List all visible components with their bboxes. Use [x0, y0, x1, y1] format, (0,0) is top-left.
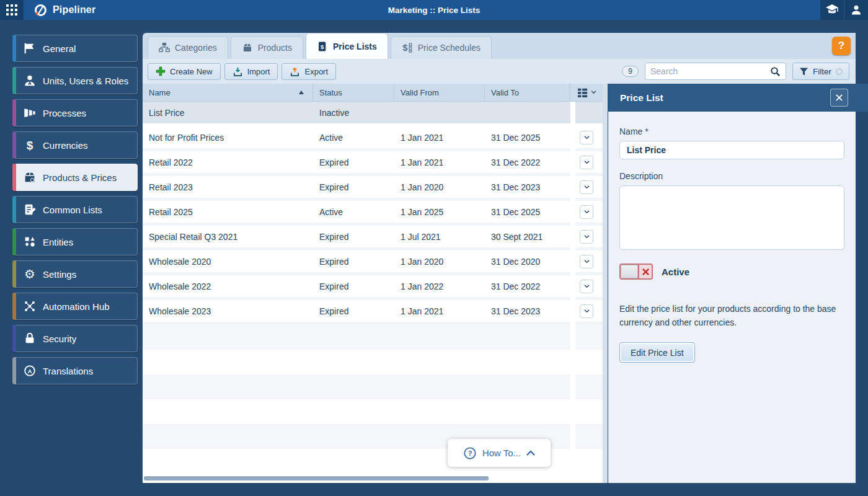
table-header-row: Name Status Valid From Valid To	[143, 84, 608, 102]
plus-icon	[156, 66, 166, 76]
table-row[interactable]: Wholesale 2023 Expired 1 Jan 2021 31 Dec…	[143, 300, 608, 325]
sidebar-item-entities[interactable]: Entities	[12, 228, 138, 255]
gear-icon: ⚙	[22, 267, 37, 281]
sidebar-item-label: Security	[43, 334, 76, 344]
sidebar-item-currencies[interactable]: $ Currencies	[12, 131, 138, 159]
toggle-knob	[621, 265, 639, 278]
table-row[interactable]: Retail 2025 Active 1 Jan 2025 31 Dec 202…	[143, 201, 608, 226]
filter-funnel-icon	[799, 67, 808, 76]
column-header-valid-to[interactable]: Valid To	[485, 84, 570, 101]
user-profile-button[interactable]	[844, 0, 868, 20]
tab-label: Products	[258, 43, 292, 53]
row-menu-button[interactable]	[580, 255, 593, 268]
description-field-label: Description	[619, 171, 844, 181]
table-row[interactable]: Special Retail Q3 2021 Expired 1 Jul 202…	[143, 226, 608, 250]
chevron-down-icon	[583, 159, 590, 165]
sidebar-item-products-prices[interactable]: Products & Prices	[12, 164, 138, 191]
svg-text:$: $	[321, 43, 324, 50]
sidebar-item-general[interactable]: General	[12, 35, 138, 62]
toggle-off-x-icon	[639, 265, 652, 278]
sidebar-item-security[interactable]: Security	[12, 325, 138, 352]
pipeliner-admin-window: Pipeliner Marketing :: Price Lists	[0, 0, 868, 496]
tab-label: Categories	[175, 43, 217, 53]
empty-row-stripe	[143, 399, 608, 424]
close-icon	[835, 94, 843, 102]
user-icon	[850, 4, 862, 16]
column-header-valid-from[interactable]: Valid From	[394, 84, 485, 101]
sidebar-item-automation-hub[interactable]: Automation Hub	[12, 293, 138, 320]
price-schedules-icon: $	[402, 42, 413, 53]
row-menu-button[interactable]	[580, 230, 593, 244]
active-toggle-label: Active	[662, 267, 689, 277]
vertical-scrollbar-track[interactable]	[603, 84, 608, 483]
price-lists-icon: $	[317, 41, 328, 52]
academy-button[interactable]	[820, 0, 844, 20]
price-list-detail-panel: Price List Name * Description Active Edi…	[608, 84, 868, 483]
close-panel-button[interactable]	[830, 89, 848, 107]
filter-button[interactable]: Filter	[792, 63, 849, 80]
export-button[interactable]: Export	[281, 63, 336, 80]
tab-categories[interactable]: Categories	[148, 36, 228, 59]
top-bar: Pipeliner Marketing :: Price Lists	[0, 0, 868, 20]
panel-header: Price List	[608, 84, 868, 112]
app-grid-button[interactable]	[0, 0, 24, 20]
processes-icon	[22, 105, 37, 120]
column-picker-button[interactable]	[570, 84, 603, 101]
brand-name: Pipeliner	[53, 4, 95, 16]
column-header-status[interactable]: Status	[313, 84, 394, 101]
top-right-actions	[820, 0, 868, 20]
pipeliner-logo-icon	[33, 3, 48, 17]
tab-price-schedules[interactable]: $ Price Schedules	[391, 36, 492, 59]
active-toggle[interactable]	[619, 264, 653, 280]
table-row[interactable]: Wholesale 2020 Expired 1 Jan 2020 31 Dec…	[143, 250, 608, 275]
row-menu-button[interactable]	[580, 180, 593, 194]
name-field[interactable]	[619, 141, 844, 159]
description-field[interactable]	[619, 185, 844, 250]
how-to-button[interactable]: ? How To...	[448, 439, 551, 467]
horizontal-scrollbar-thumb[interactable]	[144, 476, 489, 480]
sidebar-item-common-lists[interactable]: Common Lists	[12, 196, 138, 223]
search-input[interactable]	[650, 66, 770, 76]
import-button[interactable]: Import	[224, 63, 278, 80]
help-button[interactable]: ?	[832, 37, 851, 55]
table-row[interactable]: Wholesale 2022 Expired 1 Jan 2022 31 Dec…	[143, 275, 608, 300]
row-menu-button[interactable]	[580, 280, 593, 293]
chevron-down-icon	[583, 308, 590, 314]
edit-price-list-button[interactable]: Edit Price List	[619, 342, 695, 363]
row-menu-button[interactable]	[580, 205, 593, 219]
tab-price-lists[interactable]: $ Price Lists	[306, 33, 388, 59]
table-row[interactable]: List Price Inactive	[143, 102, 608, 126]
table-row[interactable]: Retail 2023 Expired 1 Jan 2020 31 Dec 20…	[143, 176, 608, 201]
active-toggle-row: Active	[619, 264, 844, 280]
sidebar-item-label: Entities	[43, 237, 73, 247]
chevron-down-icon	[583, 234, 590, 239]
row-menu-button[interactable]	[580, 156, 593, 169]
chevron-up-icon	[526, 450, 535, 456]
create-new-button[interactable]: Create New	[148, 63, 221, 80]
empty-row-stripe	[143, 325, 608, 350]
row-menu-button[interactable]	[580, 131, 593, 144]
svg-text:?: ?	[468, 450, 472, 457]
sidebar-item-settings[interactable]: ⚙ Settings	[12, 260, 138, 288]
sidebar-item-label: Translations	[43, 366, 93, 376]
search-box	[645, 63, 786, 80]
column-header-name[interactable]: Name	[143, 84, 313, 101]
sidebar-item-label: Common Lists	[43, 205, 102, 215]
row-menu-button[interactable]	[580, 304, 593, 318]
sidebar-item-processes[interactable]: Processes	[12, 99, 138, 126]
categories-icon	[159, 42, 170, 53]
actions-column-divider	[570, 102, 575, 483]
tab-products[interactable]: Products	[231, 36, 303, 59]
common-lists-icon	[22, 202, 37, 217]
empty-row-stripe	[143, 350, 608, 374]
search-icon[interactable]	[770, 66, 781, 77]
table-row[interactable]: Retail 2022 Expired 1 Jan 2021 31 Dec 20…	[143, 151, 608, 176]
sidebar-item-units-users-roles[interactable]: Units, Users & Roles	[12, 67, 138, 94]
tab-label: Price Lists	[333, 42, 377, 51]
chevron-down-icon	[591, 91, 596, 94]
products-icon	[242, 42, 253, 53]
sidebar-item-translations[interactable]: A Translations	[12, 357, 138, 384]
automation-hub-icon	[22, 299, 37, 314]
admin-sidebar: General Units, Users & Roles Processes $…	[0, 20, 143, 496]
table-row[interactable]: Not for Profit Prices Active 1 Jan 2021 …	[143, 126, 608, 151]
